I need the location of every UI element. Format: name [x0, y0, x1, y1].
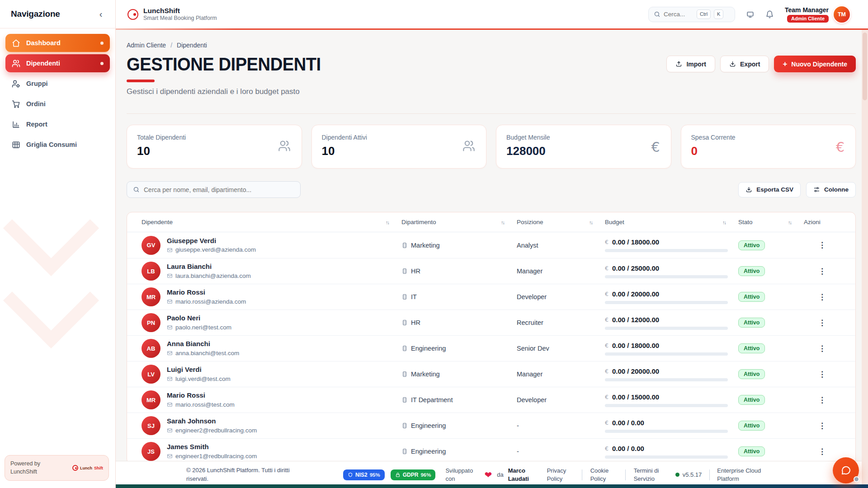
budget-progress-bar: [605, 327, 728, 330]
gdpr-compliance-badge[interactable]: GDPR 96%: [391, 469, 436, 480]
status-cell: Attivo: [738, 266, 804, 276]
user-menu[interactable]: Team Manager Admin Cliente TM: [785, 6, 850, 23]
mail-icon: [167, 299, 173, 305]
notifications-button[interactable]: [765, 10, 774, 19]
export-button[interactable]: Export: [720, 56, 769, 72]
building-icon: [401, 345, 408, 352]
sidebar-item-report[interactable]: Report: [5, 115, 110, 133]
chat-support-button[interactable]: [833, 457, 859, 483]
euro-icon: €: [605, 291, 609, 297]
sidebar-item-dashboard[interactable]: Dashboard: [5, 34, 110, 52]
brand-tagline: Smart Meal Booking Platform: [143, 15, 217, 22]
row-actions-menu-button[interactable]: ⋮: [814, 445, 830, 458]
row-actions-menu-button[interactable]: ⋮: [814, 342, 830, 355]
privacy-policy-link[interactable]: Privacy Policy: [547, 467, 574, 483]
column-header-dipendente[interactable]: Dipendente↑↓: [142, 219, 401, 225]
global-search[interactable]: Ctrl K: [648, 7, 735, 22]
sidebar-collapse-button[interactable]: ‹: [94, 8, 107, 20]
table-row: MR Mario Rossi mario.rossi@test.com: [127, 387, 855, 413]
employee-search[interactable]: [127, 181, 301, 198]
export-csv-button[interactable]: Esporta CSV: [738, 182, 801, 197]
status-badge: Attivo: [738, 266, 765, 276]
row-actions-menu-button[interactable]: ⋮: [814, 368, 830, 381]
display-mode-button[interactable]: [746, 10, 755, 19]
sort-icon[interactable]: ↑↓: [501, 220, 505, 225]
terms-of-service-link[interactable]: Termini di Servizio: [634, 467, 666, 483]
footer-divider: [582, 469, 582, 480]
status-dot: [675, 473, 679, 477]
employee-email: mario.rossi@azienda.com: [167, 298, 246, 306]
budget-value: 0.00 / 25000.00: [612, 264, 659, 272]
department-cell: HR: [401, 319, 517, 326]
new-employee-button[interactable]: + Nuovo Dipendente: [774, 56, 856, 72]
scrollbar-thumb[interactable]: [863, 33, 867, 100]
column-header-budget[interactable]: Budget↑↓: [605, 219, 738, 225]
cookie-policy-link[interactable]: Cookie Policy: [590, 467, 618, 483]
department-cell: Engineering: [401, 345, 517, 352]
kbd-ctrl: Ctrl: [697, 9, 711, 19]
employee-name: Sarah Johnson: [167, 417, 257, 426]
row-actions-menu-button[interactable]: ⋮: [814, 265, 830, 278]
row-actions-menu-button[interactable]: ⋮: [814, 394, 830, 407]
sort-icon[interactable]: ↑↓: [589, 220, 593, 225]
employee-avatar: PN: [142, 313, 160, 332]
bar-chart-icon: [12, 120, 20, 129]
building-icon: [401, 242, 408, 249]
sidebar-item-griglia-consumi[interactable]: Griglia Consumi: [5, 136, 110, 154]
mail-icon: [167, 402, 173, 408]
budget-progress-bar: [605, 455, 728, 459]
table-row: LV Luigi Verdi luigi.verdi@test.com: [127, 361, 855, 387]
sidebar-header: Navigazione ‹: [0, 0, 115, 28]
row-actions-menu-button[interactable]: ⋮: [814, 239, 830, 252]
actions-cell: ⋮: [804, 342, 844, 355]
sort-icon[interactable]: ↑↓: [722, 220, 726, 225]
building-icon: [401, 371, 408, 377]
sort-icon[interactable]: ↑↓: [386, 220, 390, 225]
budget-cell: € 0.00 / 18000.00: [605, 238, 738, 252]
column-header-dipartimento[interactable]: Dipartimento↑↓: [401, 219, 517, 225]
row-actions-menu-button[interactable]: ⋮: [814, 316, 830, 329]
nis2-compliance-badge[interactable]: NIS2 95%: [343, 469, 385, 480]
import-button[interactable]: Import: [666, 56, 715, 72]
employee-email: paolo.neri@test.com: [167, 324, 231, 332]
version-number: v5.5.17: [683, 471, 702, 478]
row-actions-menu-button[interactable]: ⋮: [814, 419, 830, 432]
columns-button[interactable]: Colonne: [806, 182, 856, 197]
actions-cell: ⋮: [804, 368, 844, 381]
mail-icon: [167, 273, 173, 279]
actions-cell: ⋮: [804, 419, 844, 432]
position-cell: -: [517, 422, 605, 429]
table-row: AB Anna Bianchi anna.bianchi@test.com: [127, 335, 855, 361]
department-cell: HR: [401, 267, 517, 275]
sidebar-item-gruppi[interactable]: Gruppi: [5, 75, 110, 93]
column-header-stato[interactable]: Stato↑↓: [738, 219, 804, 225]
breadcrumb: Admin Cliente / Dipendenti: [127, 42, 856, 49]
breadcrumb-dipendenti[interactable]: Dipendenti: [177, 42, 207, 49]
title-accent-bar: [127, 80, 155, 82]
stat-card-budget-mensile: Budget Mensile 128000 €: [496, 125, 671, 169]
status-badge: Attivo: [738, 421, 765, 431]
employee-search-input[interactable]: [144, 186, 294, 193]
row-actions-menu-button[interactable]: ⋮: [814, 291, 830, 304]
status-cell: Attivo: [738, 343, 804, 353]
sort-icon[interactable]: ↑↓: [788, 220, 792, 225]
search-icon: [654, 11, 660, 18]
budget-cell: € 0.00 / 20000.00: [605, 367, 738, 381]
download-icon: [729, 61, 736, 67]
sidebar-item-ordini[interactable]: Ordini: [5, 95, 110, 113]
powered-by-card[interactable]: Powered by LunchShift Lunch Shift: [5, 455, 109, 481]
sidebar-nav: Dashboard Dipendenti Gruppi Ordini Repor…: [0, 28, 115, 159]
sidebar-item-dipendenti[interactable]: Dipendenti: [5, 54, 110, 72]
status-badge: Attivo: [738, 369, 765, 379]
building-icon: [401, 319, 408, 326]
department-cell: Engineering: [401, 422, 517, 429]
avatar[interactable]: TM: [834, 6, 850, 23]
breadcrumb-admin-cliente[interactable]: Admin Cliente: [127, 42, 166, 49]
employee-name: Mario Rossi: [167, 288, 246, 297]
employee-cell: GV Giuseppe Verdi giuseppe.verdi@azienda…: [142, 236, 401, 255]
bottom-edge-bar: [116, 484, 868, 488]
column-header-posizione[interactable]: Posizione↑↓: [517, 219, 605, 225]
vertical-scrollbar[interactable]: [862, 30, 868, 484]
global-search-input[interactable]: [664, 11, 693, 18]
employee-name: Luigi Verdi: [167, 365, 231, 374]
